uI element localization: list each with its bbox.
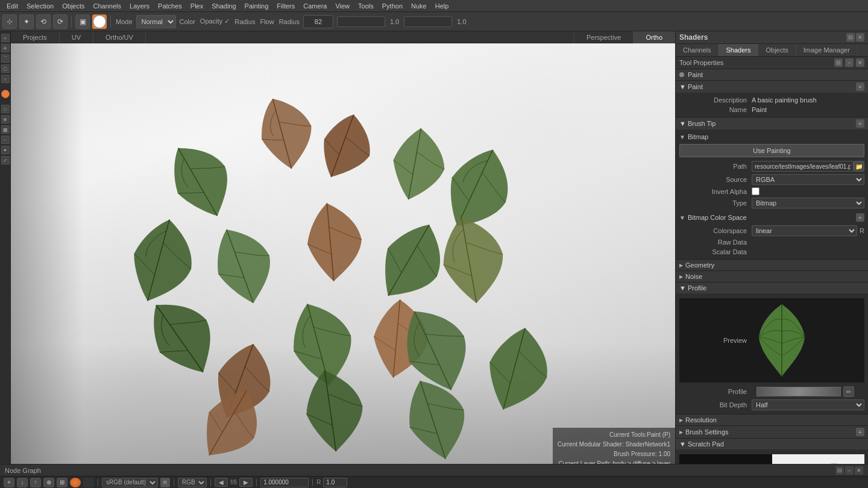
node-graph-close[interactable]: ✕ [855, 466, 863, 475]
bs-frame-btn[interactable]: ◀ [215, 478, 228, 487]
bs-channel[interactable]: RGB [178, 478, 207, 487]
menu-objects[interactable]: Objects [58, 1, 89, 11]
menu-channels[interactable]: Channels [89, 1, 125, 11]
toolbar-btn-5[interactable]: ▣ [75, 14, 90, 29]
menu-painting[interactable]: Painting [241, 1, 273, 11]
bs-btn-5[interactable]: ⊞ [57, 478, 68, 487]
use-painting-btn[interactable]: Use Painting [679, 144, 864, 157]
panel-float-btn[interactable]: ⊟ [846, 33, 855, 42]
section-profile-header[interactable]: ▼ Profile [676, 283, 868, 293]
prop-scalar-data-label: Scalar Data [679, 248, 752, 255]
tool-transform[interactable]: ⤢ [1, 156, 10, 164]
bs-btn-1[interactable]: + [4, 478, 14, 487]
bs-color-swatch[interactable] [70, 478, 81, 487]
section-brush-settings[interactable]: ▶ Brush Settings + [676, 426, 868, 439]
bs-r-btn[interactable]: R [160, 478, 170, 487]
menu-view[interactable]: View [331, 1, 354, 11]
panel-close-btn[interactable]: ✕ [856, 33, 864, 42]
tab-empty[interactable] [146, 31, 574, 43]
tool-polygon[interactable]: ⬡ [1, 64, 10, 73]
prop-path-input[interactable] [752, 161, 854, 172]
menu-help[interactable]: Help [431, 1, 453, 11]
bs-btn-4[interactable]: ⊕ [43, 478, 54, 487]
viewport-canvas[interactable]: Current Tools:Paint (P) Current Modular … [11, 43, 675, 464]
brush-settings-add[interactable]: + [856, 428, 864, 436]
section-brush-tip-add[interactable]: + [856, 119, 864, 128]
tool-ellipse[interactable]: ○ [1, 75, 10, 83]
node-graph-min[interactable]: − [845, 466, 854, 475]
bs-btn-3[interactable]: ↑ [30, 478, 41, 487]
tool-move[interactable]: ✛ [1, 44, 10, 52]
node-graph-float[interactable]: ⊟ [835, 466, 844, 475]
tool-smudge[interactable]: ~ [1, 136, 10, 144]
menu-layers[interactable]: Layers [125, 1, 154, 11]
tool-clone[interactable]: ⊕ [1, 115, 10, 124]
tab-projects[interactable]: Projects [11, 31, 60, 43]
tab-perspective[interactable]: Perspective [574, 31, 634, 43]
menu-filters[interactable]: Filters [272, 1, 299, 11]
prop-colorspace-select[interactable]: linear [752, 225, 857, 236]
tp-minus-icon[interactable]: − [845, 58, 854, 67]
panel-tab-shaders[interactable]: Shaders [719, 44, 758, 56]
tool-lasso[interactable]: ⌒ [1, 54, 10, 63]
menu-camera[interactable]: Camera [299, 1, 331, 11]
prop-bit-depth-select[interactable]: Half [752, 399, 864, 410]
flow-slider[interactable] [404, 16, 452, 27]
section-scratch-pad-header[interactable]: ▼ Scratch Pad [676, 439, 868, 449]
bs-frame-fwd-btn[interactable]: ▶ [239, 478, 253, 487]
menu-shading[interactable]: Shading [207, 1, 240, 11]
prop-type-select[interactable]: Bitmap [752, 198, 864, 208]
section-geometry[interactable]: ▶ Geometry [676, 260, 868, 271]
tab-ortho[interactable]: Ortho [634, 31, 675, 43]
toolbar-btn-3[interactable]: ⟲ [36, 14, 51, 29]
tp-close-icon[interactable]: ✕ [856, 58, 864, 67]
opacity-slider[interactable] [337, 16, 385, 27]
toolbar-btn-2[interactable]: ✦ [19, 14, 34, 29]
bs-color-mode[interactable]: sRGB (default) [102, 478, 158, 487]
section-paint-add[interactable]: + [856, 83, 864, 91]
tab-uv[interactable]: UV [60, 31, 93, 43]
profile-edit-btn[interactable]: ✏ [843, 386, 854, 397]
menu-python[interactable]: Python [378, 1, 407, 11]
panel-tab-channels[interactable]: Channels [676, 44, 719, 56]
section-paint-header[interactable]: ▼ Paint + [676, 81, 868, 93]
bcs-header[interactable]: ▼ Bitmap Color Space + [679, 212, 864, 224]
tp-float-icon[interactable]: ⊟ [834, 58, 843, 67]
tool-paint-active[interactable] [1, 90, 10, 98]
toolbar-btn-4[interactable]: ⟳ [53, 14, 68, 29]
menu-nuke[interactable]: Nuke [407, 1, 431, 11]
scratch-pad-canvas[interactable] [679, 454, 864, 464]
section-brush-tip-body: ▼ Bitmap Use Painting Path 📁 Source RGBA [676, 130, 868, 259]
toolbar: ⊹ ✦ ⟲ ⟳ ▣ Mode Normal Color Opacity ✓ Ra… [0, 12, 868, 31]
mode-select[interactable]: Normal [136, 15, 176, 28]
prop-source-select[interactable]: RGBA [752, 174, 864, 185]
tool-eyedrop[interactable]: ✦ [1, 146, 10, 154]
section-resolution[interactable]: ▶ Resolution [676, 414, 868, 426]
toolbar-btn-1[interactable]: ⊹ [2, 14, 17, 29]
profile-bar[interactable] [756, 387, 841, 396]
prop-invert-alpha-checkbox[interactable] [752, 187, 760, 195]
panel-tab-image-manager[interactable]: Image Manager [796, 44, 858, 56]
tool-fill[interactable]: ▩ [1, 125, 10, 134]
tool-select[interactable]: ⊹ [1, 34, 10, 42]
radius-input[interactable] [303, 15, 333, 28]
status-layer-path: Current Layer Path: body > diffuse > lay… [558, 459, 670, 464]
menu-patches[interactable]: Patches [154, 1, 186, 11]
section-brush-tip-header[interactable]: ▼ Brush Tip + [676, 117, 868, 130]
menu-edit[interactable]: Edit [2, 1, 22, 11]
section-paint-body: Description A basic painting brush Name … [676, 93, 868, 117]
menu-tools[interactable]: Tools [354, 1, 378, 11]
prop-path-browse[interactable]: 📁 [854, 161, 864, 172]
bs-btn-2[interactable]: ↓ [17, 478, 28, 487]
menu-selection[interactable]: Selection [22, 1, 58, 11]
bs-color-swatch-2[interactable] [83, 478, 94, 487]
tab-ortho-uv[interactable]: Ortho/UV [93, 31, 146, 43]
menu-plex[interactable]: Plex [186, 1, 207, 11]
section-noise[interactable]: ▶ Noise [676, 271, 868, 283]
toolbar-paint-active[interactable] [92, 14, 107, 29]
bs-value-input[interactable] [323, 478, 347, 487]
bcs-add-btn[interactable]: + [856, 213, 864, 222]
panel-tab-objects[interactable]: Objects [758, 44, 796, 56]
tool-eraser[interactable]: □ [1, 105, 10, 113]
bs-time-input[interactable] [260, 478, 309, 487]
